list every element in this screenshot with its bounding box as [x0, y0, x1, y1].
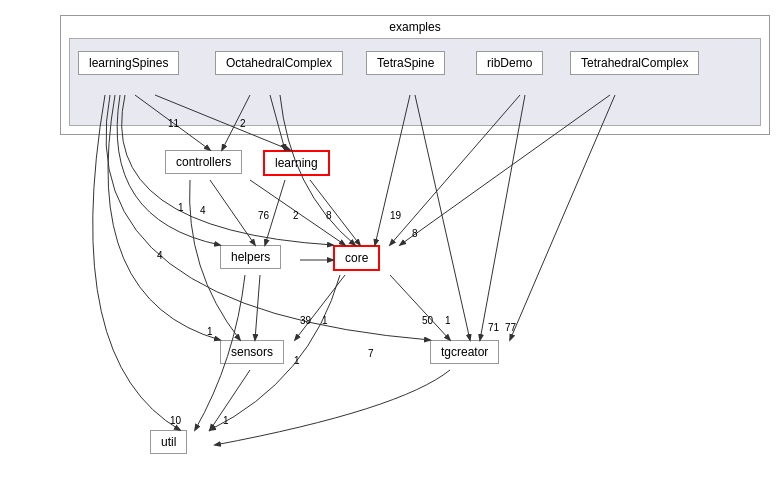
examples-title: examples	[61, 16, 769, 34]
tgcreator-node[interactable]: tgcreator	[430, 340, 499, 364]
controllers-node[interactable]: controllers	[165, 150, 242, 174]
edge-label-19: 19	[390, 210, 401, 221]
edge-label-7: 7	[368, 348, 374, 359]
edge-label-2a: 2	[240, 118, 246, 129]
edge-label-8a: 8	[326, 210, 332, 221]
edge-label-11a: 11	[168, 118, 179, 129]
svg-line-18	[210, 370, 250, 430]
edge-label-10: 10	[170, 415, 181, 426]
edge-label-39: 39	[300, 315, 311, 326]
util-node[interactable]: util	[150, 430, 187, 454]
TetraSpine-node[interactable]: TetraSpine	[366, 51, 445, 75]
ribDemo-node[interactable]: ribDemo	[476, 51, 543, 75]
svg-line-13	[310, 180, 360, 245]
svg-line-10	[210, 180, 255, 245]
edge-label-4a: 4	[200, 205, 206, 216]
sensors-node[interactable]: sensors	[220, 340, 284, 364]
edge-label-4b: 4	[157, 250, 163, 261]
svg-line-17	[390, 275, 450, 340]
edge-label-2b: 2	[293, 210, 299, 221]
examples-inner-box: learningSpines OctahedralComplex TetraSp…	[69, 38, 761, 126]
edge-label-1c: 1	[445, 315, 451, 326]
core-node[interactable]: core	[333, 245, 380, 271]
edge-label-1d: 1	[207, 326, 213, 337]
edge-label-76: 76	[258, 210, 269, 221]
edge-label-1a: 1	[178, 202, 184, 213]
TetrahedralComplex-node[interactable]: TetrahedralComplex	[570, 51, 699, 75]
diagram: examples learningSpines OctahedralComple…	[0, 0, 783, 500]
edge-label-71: 71	[488, 322, 499, 333]
svg-line-15	[255, 275, 260, 340]
edge-label-8b: 8	[412, 228, 418, 239]
OctahedralComplex-node[interactable]: OctahedralComplex	[215, 51, 343, 75]
edge-label-1b: 1	[322, 315, 328, 326]
svg-line-16	[295, 275, 345, 340]
edge-label-77: 77	[505, 322, 516, 333]
edge-label-1e: 1	[223, 415, 229, 426]
edge-label-50: 50	[422, 315, 433, 326]
edge-label-1f: 1	[294, 355, 300, 366]
learning-node[interactable]: learning	[263, 150, 330, 176]
examples-outer-box: examples learningSpines OctahedralComple…	[60, 15, 770, 135]
helpers-node[interactable]: helpers	[220, 245, 281, 269]
learningSpines-node[interactable]: learningSpines	[78, 51, 179, 75]
